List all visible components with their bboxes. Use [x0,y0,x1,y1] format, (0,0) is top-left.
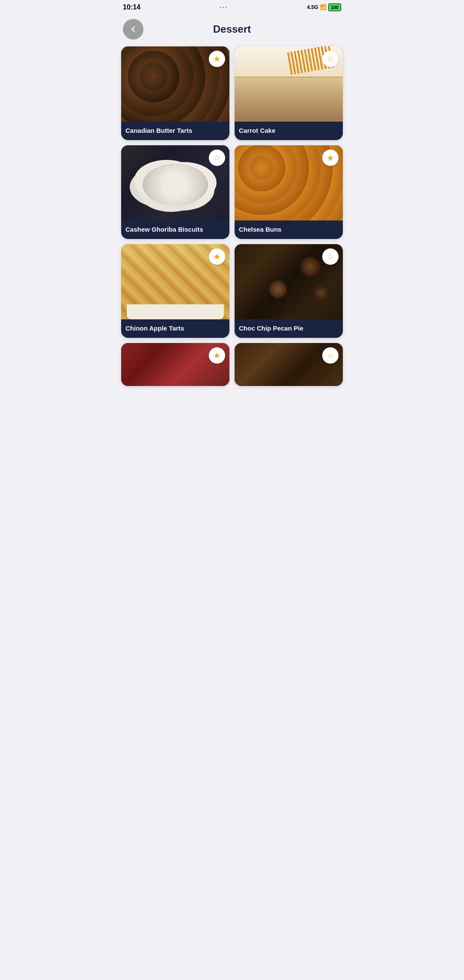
star-filled-icon: ★ [213,350,221,361]
star-empty-icon: ☆ [214,153,220,162]
card-image-container: ☆ [235,343,343,386]
favorite-button[interactable]: ★ [209,347,225,364]
card-image-container: ☆ [235,46,343,122]
page-title: Dessert [143,23,321,35]
back-arrow-icon [128,24,138,34]
star-filled-icon: ★ [213,54,221,64]
status-right: 4.5G 📶 100 [307,3,341,11]
favorite-button[interactable]: ☆ [322,248,339,265]
star-filled-icon: ★ [213,251,221,262]
header: Dessert [116,15,348,46]
recipe-card[interactable]: ☆Cashew Ghoriba Biscuits [121,145,229,239]
recipe-name: Cashew Ghoriba Biscuits [121,220,229,239]
star-empty-icon: ☆ [327,351,334,360]
status-time: 10:14 [123,3,140,11]
recipe-name: Canadian Butter Tarts [121,122,229,140]
card-image-container: ★ [121,343,229,386]
star-filled-icon: ★ [327,153,334,163]
recipe-card[interactable]: ★Chinon Apple Tarts [121,244,229,338]
recipe-name: Chinon Apple Tarts [121,319,229,338]
card-image-container: ★ [121,244,229,319]
recipe-grid: ★Canadian Butter Tarts☆Carrot Cake☆Cashe… [116,46,348,391]
star-empty-icon: ☆ [327,54,334,64]
battery-icon: 100 [328,3,341,11]
card-image-container: ☆ [121,145,229,220]
recipe-card[interactable]: ★Canadian Butter Tarts [121,46,229,140]
favorite-button[interactable]: ★ [322,150,339,166]
favorite-button[interactable]: ☆ [322,51,339,67]
favorite-button[interactable]: ☆ [322,347,339,364]
recipe-name: Chelsea Buns [235,220,343,239]
favorite-button[interactable]: ★ [209,51,225,67]
star-empty-icon: ☆ [327,252,334,261]
card-image-container: ★ [121,46,229,122]
network-label: 4.5G [307,4,318,10]
recipe-name: Choc Chip Pecan Pie [235,319,343,338]
favorite-button[interactable]: ★ [209,248,225,265]
recipe-card[interactable]: ☆Carrot Cake [235,46,343,140]
card-image-container: ☆ [235,244,343,319]
recipe-name: Carrot Cake [235,122,343,140]
recipe-card[interactable]: ★ [121,343,229,386]
status-dots: ··· [220,3,228,11]
back-button[interactable] [123,19,143,40]
recipe-card[interactable]: ☆Choc Chip Pecan Pie [235,244,343,338]
signal-icon: 📶 [320,4,327,10]
recipe-card[interactable]: ☆ [235,343,343,386]
favorite-button[interactable]: ☆ [209,150,225,166]
status-bar: 10:14 ··· 4.5G 📶 100 [116,0,348,15]
recipe-card[interactable]: ★Chelsea Buns [235,145,343,239]
card-image-container: ★ [235,145,343,220]
